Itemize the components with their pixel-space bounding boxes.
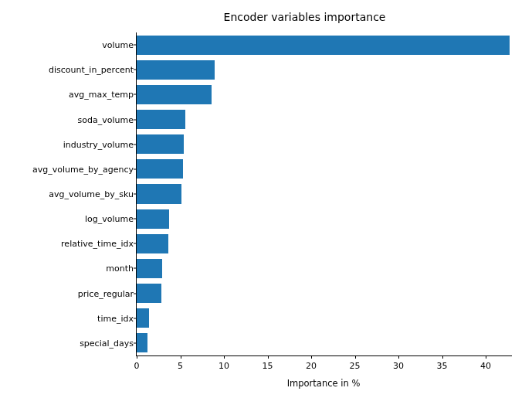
bar-row [137,110,185,129]
xtick-label: 5 [178,361,183,371]
bar [137,60,215,80]
xtick-mark [442,355,443,359]
bar [137,184,181,203]
ytick-mark [134,243,137,244]
bar [137,333,147,352]
axes: 0510152025303540 [136,32,512,356]
ytick-mark [134,94,137,95]
bar-row [137,36,510,55]
bar-row [137,259,162,278]
xtick-label: 20 [306,361,317,371]
bar-row [137,308,149,328]
bar-row [137,159,183,179]
xtick-mark [486,355,486,359]
bar [137,308,149,328]
ytick-mark [134,144,137,145]
x-axis-label: Importance in % [136,378,511,389]
chart-title: Encoder variables importance [0,11,532,23]
ytick-label: special_days [80,338,134,348]
ytick-label: avg_volume_by_sku [49,189,134,199]
ytick-label: discount_in_percent [49,65,134,75]
ytick-mark [134,293,137,294]
ytick-label: time_idx [97,313,134,323]
bar-row [137,184,181,203]
ytick-mark [134,268,137,269]
ytick-mark [134,45,137,46]
xtick-mark [224,355,225,359]
ytick-label: price_regular [78,288,134,298]
xtick-label: 30 [393,361,404,371]
xtick-label: 10 [219,361,229,371]
figure: Encoder variables importance 05101520253… [0,0,532,398]
bar [137,134,184,154]
bar [137,234,168,253]
ytick-label: avg_max_temp [69,90,134,100]
ytick-mark [134,168,137,169]
bar-row [137,333,147,352]
bar [137,209,169,229]
ytick-mark [134,70,137,70]
xtick-label: 25 [350,361,361,371]
xtick-mark [137,355,137,359]
xtick-label: 15 [263,361,273,371]
xtick-mark [268,355,269,359]
xtick-mark [355,355,356,359]
bar [137,284,161,303]
bar [137,259,162,278]
ytick-label: industry_volume [63,139,134,149]
xtick-label: 0 [134,361,140,371]
xtick-mark [181,355,181,359]
ytick-mark [134,318,137,318]
bar-row [137,209,169,229]
bar [137,85,212,104]
bar [137,159,183,179]
xtick-mark [311,355,312,359]
xtick-label: 40 [480,361,491,371]
bar [137,36,510,55]
bar-row [137,60,215,80]
bar-row [137,234,168,253]
ytick-label: avg_volume_by_agency [32,164,134,174]
bar-row [137,85,212,104]
xtick-label: 35 [437,361,448,371]
ytick-label: log_volume [85,214,134,224]
xtick-mark [398,355,399,359]
ytick-mark [134,119,137,120]
ytick-label: month [106,264,134,274]
ytick-label: relative_time_idx [61,239,134,249]
ytick-mark [134,342,137,343]
ytick-label: soda_volume [78,114,134,124]
bar-row [137,134,184,154]
ytick-mark [134,194,137,195]
bar-row [137,284,161,303]
ytick-label: volume [102,40,134,50]
ytick-mark [134,219,137,219]
bar [137,110,185,129]
